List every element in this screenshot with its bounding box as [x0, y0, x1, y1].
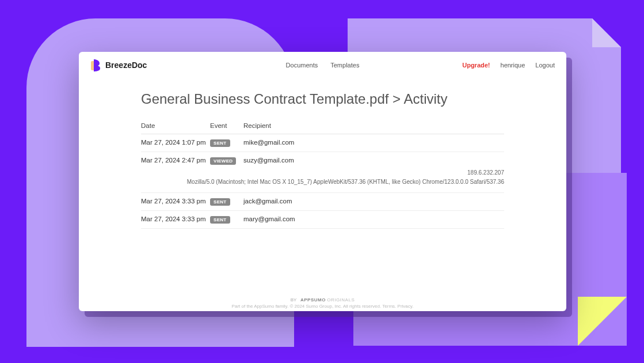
nav-user: Upgrade! henrique Logout [462, 62, 555, 69]
row-details: 189.6.232.207 Mozilla/5.0 (Macintosh; In… [141, 165, 504, 187]
table-row: Mar 27, 2024 3:33 pm SENT mary@gmail.com [141, 211, 504, 229]
cell-recipient: jack@gmail.com [238, 198, 504, 205]
activity-table: Date Event Recipient Mar 27, 2024 1:07 p… [141, 118, 504, 229]
cell-date: Mar 27, 2024 3:33 pm [141, 198, 210, 205]
event-badge: SENT [210, 216, 230, 224]
footer-originals: ORIGINALS [327, 297, 355, 302]
nav-primary: Documents Templates [286, 62, 360, 69]
app-header: BreezeDoc Documents Templates Upgrade! h… [79, 52, 566, 77]
cell-recipient: mike@gmail.com [238, 139, 504, 146]
cell-recipient: mary@gmail.com [238, 215, 504, 222]
nav-templates[interactable]: Templates [330, 62, 359, 69]
brand-logo[interactable]: BreezeDoc [90, 59, 147, 71]
table-row: Mar 27, 2024 3:33 pm SENT jack@gmail.com [141, 193, 504, 211]
col-recipient: Recipient [238, 122, 504, 129]
cell-date: Mar 27, 2024 1:07 pm [141, 139, 210, 146]
table-row: Mar 27, 2024 2:47 pm VIEWED suzy@gmail.c… [141, 152, 504, 193]
nav-username[interactable]: henrique [501, 62, 525, 69]
col-event: Event [210, 122, 238, 129]
cell-date: Mar 27, 2024 3:33 pm [141, 215, 210, 222]
col-date: Date [141, 122, 210, 129]
brand-name: BreezeDoc [105, 60, 147, 70]
app-footer: BY APPSUMO ORIGINALS Part of the AppSumo… [79, 297, 566, 309]
event-badge: SENT [210, 139, 230, 147]
detail-useragent: Mozilla/5.0 (Macintosh; Intel Mac OS X 1… [141, 177, 504, 187]
event-badge: VIEWED [210, 157, 236, 165]
footer-brand: APPSUMO [300, 297, 326, 302]
breezedoc-logo-icon [90, 59, 102, 71]
detail-ip: 189.6.232.207 [141, 168, 504, 177]
cell-recipient: suzy@gmail.com [238, 157, 504, 164]
nav-upgrade[interactable]: Upgrade! [462, 62, 490, 69]
footer-legal: Part of the AppSumo family. © 2024 Sumo … [79, 304, 566, 309]
nav-documents[interactable]: Documents [286, 62, 318, 69]
footer-by: BY [291, 297, 297, 302]
cell-date: Mar 27, 2024 2:47 pm [141, 157, 210, 164]
page-title: General Business Contract Template.pdf >… [79, 77, 566, 118]
app-window: BreezeDoc Documents Templates Upgrade! h… [79, 52, 566, 311]
nav-logout[interactable]: Logout [535, 62, 555, 69]
event-badge: SENT [210, 198, 230, 206]
table-header: Date Event Recipient [141, 118, 504, 134]
table-row: Mar 27, 2024 1:07 pm SENT mike@gmail.com [141, 134, 504, 152]
